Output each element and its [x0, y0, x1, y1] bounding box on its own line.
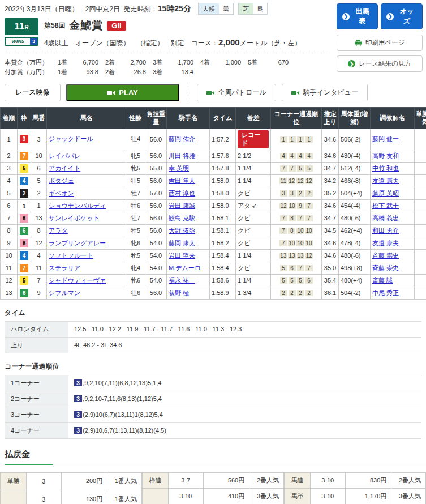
- jockey-link[interactable]: 岩田 望来: [169, 252, 195, 259]
- finish-position: 11: [1, 262, 18, 274]
- horse-name-link[interactable]: ポタジェ: [49, 177, 74, 184]
- jockey-link[interactable]: 川田 将雅: [169, 152, 195, 159]
- column-header: 負担重量: [145, 108, 167, 129]
- horse-name-link[interactable]: ショウナンバルディ: [49, 202, 106, 209]
- trainer-cell: 中尾 秀正: [371, 287, 415, 299]
- jockey-link[interactable]: 大野 拓弥: [169, 227, 195, 234]
- condition-badges: 天候 曇 芝 良: [198, 3, 268, 15]
- play-button[interactable]: PLAY: [66, 84, 179, 101]
- waku-cell: 7: [18, 150, 31, 162]
- jockey-link[interactable]: 岩田 康誠: [169, 202, 195, 209]
- trainer-link[interactable]: 友道 康夫: [372, 240, 399, 246]
- horse-number: 9: [31, 287, 47, 299]
- finish-position: 6: [1, 199, 18, 212]
- corner-position: 12: [305, 178, 313, 184]
- result-row: 1044ソフトフルート牝554.0岩田 望来1:58.41 1/41313131…: [1, 249, 426, 262]
- payout-amount: 200円: [61, 472, 107, 490]
- odds-button[interactable]: ❯ オッズ: [381, 3, 423, 29]
- payout-row: 枠連3-7560円2番人気: [143, 472, 284, 488]
- divider: [188, 84, 188, 101]
- trainer-link[interactable]: 斉藤 崇史: [372, 264, 399, 271]
- patrol-video-button[interactable]: 全周パトロール: [197, 84, 276, 101]
- last-3f-time: 34.6: [322, 237, 339, 249]
- horse-name-cell: ソフトフルート: [47, 249, 126, 262]
- trainer-link[interactable]: 高橋 義忠: [372, 215, 399, 221]
- margin-cell: クビ: [236, 212, 271, 224]
- last-3f-time: 34.7: [322, 162, 339, 174]
- corner-position: 1: [305, 136, 313, 143]
- carried-weight: 56.0: [145, 150, 167, 162]
- sex-age: 牡7: [126, 187, 145, 199]
- horse-name-link[interactable]: レイパパレ: [49, 152, 80, 159]
- trainer-link[interactable]: 松下 武士: [372, 202, 399, 209]
- trainer-link[interactable]: 和田 勇介: [372, 227, 399, 234]
- horse-name-link[interactable]: シャドウディーヴァ: [49, 277, 106, 284]
- finish-time: 1:57.8: [210, 162, 236, 174]
- horse-name-link[interactable]: シフルマン: [49, 289, 80, 296]
- horse-name-link[interactable]: ジャックドール: [49, 135, 93, 142]
- payout-table: 馬連3-10830円2番人気馬単3-101,170円3番人気3連複3-6-103…: [284, 472, 426, 504]
- margin-cell: アタマ: [236, 199, 271, 212]
- time-section-title: タイム: [5, 308, 421, 318]
- corner-position: 1: [289, 136, 296, 143]
- corner-table: 1コーナー3,9,2,10(7,11)(6,8,12,13)5,1,42コーナー…: [5, 375, 421, 439]
- horse-name-link[interactable]: ランブリングアレー: [49, 240, 106, 246]
- trainer-link[interactable]: 斉藤 崇史: [372, 252, 399, 259]
- payout-amount: 410円: [203, 488, 249, 504]
- waku-badge: 6: [20, 227, 28, 235]
- win-popularity: 2: [415, 150, 426, 162]
- horse-name-link[interactable]: ギベオン: [49, 190, 74, 197]
- main-prize-label: 本賞金（万円）: [5, 58, 51, 67]
- margin-cell: 1 1/4: [236, 162, 271, 174]
- column-header: 枠: [18, 108, 31, 129]
- jockey-cell: 岩田 望来: [167, 249, 210, 262]
- corner-positions: 7877: [271, 212, 322, 224]
- trainer-link[interactable]: 中尾 秀正: [372, 289, 399, 296]
- jockey-link[interactable]: 鮫島 克駿: [169, 215, 195, 221]
- corner-position: 4: [289, 153, 296, 159]
- trainer-link[interactable]: 斎藤 誠: [372, 277, 393, 284]
- payout-combination: 3-10: [168, 488, 203, 504]
- payout-bet-type: 馬単: [285, 488, 311, 504]
- horse-name-link[interactable]: アラタ: [49, 227, 68, 234]
- prize-value: 670: [263, 59, 289, 66]
- carried-weight: 56.0: [145, 174, 167, 187]
- jockey-cell: 藤岡 佑介: [167, 129, 210, 150]
- jockey-link[interactable]: 西村 淳也: [169, 190, 195, 197]
- finish-position: 12: [1, 274, 18, 287]
- horse-name-link[interactable]: ステラリア: [49, 264, 80, 271]
- horse-name-cell: ランブリングアレー: [47, 237, 126, 249]
- trainer-link[interactable]: 中竹 和也: [372, 165, 399, 172]
- trainer-link[interactable]: 藤岡 健一: [372, 135, 399, 142]
- prize-value: 6,700: [72, 59, 98, 66]
- print-page-button[interactable]: 印刷用ページ: [337, 35, 423, 51]
- horse-name-cell: ポタジェ: [47, 174, 126, 187]
- payout-popularity: 2番人気: [249, 472, 284, 488]
- prize-value: 1,700: [167, 59, 193, 66]
- waku-cell: 8: [18, 212, 31, 224]
- jockey-link[interactable]: 藤岡 康太: [169, 240, 195, 246]
- corner-position: 10: [288, 240, 295, 246]
- corner-position: 10: [296, 240, 304, 246]
- entries-button[interactable]: ❯ 出馬表: [337, 3, 378, 29]
- finish-time: 1:58.2: [210, 237, 236, 249]
- corner-position: 13: [288, 253, 295, 259]
- trainer-link[interactable]: 高野 友和: [372, 152, 399, 159]
- jockey-link[interactable]: 福永 祐一: [169, 277, 195, 284]
- jockey-link[interactable]: 藤岡 佑介: [169, 135, 195, 142]
- corner-position: 12: [296, 178, 304, 184]
- jockey-link[interactable]: 荻野 極: [169, 289, 189, 296]
- trainer-link[interactable]: 藤原 英昭: [372, 190, 399, 197]
- jockey-link[interactable]: 吉田 隼人: [169, 177, 195, 184]
- jockey-link[interactable]: M.デムーロ: [169, 264, 201, 271]
- start-time-label: 発走時刻：: [124, 5, 158, 13]
- horse-name-link[interactable]: サンレイポケット: [49, 215, 100, 221]
- result-guide-button[interactable]: ❯ レース結果の見方: [337, 55, 423, 72]
- payout-row: 馬連3-10830円2番人気: [285, 472, 426, 488]
- race-video-button[interactable]: レース映像: [5, 84, 61, 101]
- jockey-interview-button[interactable]: 騎手インタビュー: [282, 84, 368, 101]
- horse-name-link[interactable]: ソフトフルート: [49, 252, 93, 259]
- horse-name-link[interactable]: アカイイト: [49, 165, 80, 172]
- jockey-link[interactable]: 幸 英明: [169, 165, 189, 172]
- trainer-link[interactable]: 友道 康夫: [372, 177, 399, 184]
